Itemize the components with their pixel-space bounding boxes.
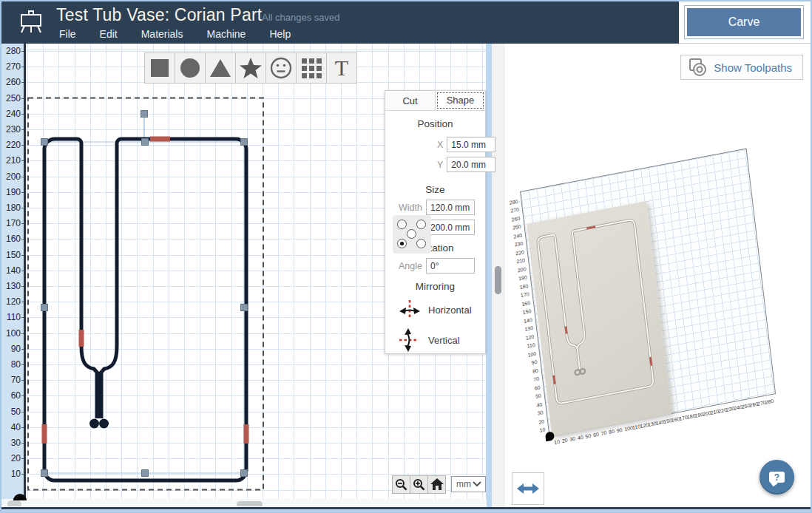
preview-axis-label: 280	[510, 198, 518, 205]
preview-axis-label: 70	[533, 376, 539, 382]
ruler-label: 130	[3, 281, 21, 291]
menu-item-help[interactable]: Help	[269, 28, 291, 40]
preview-axis-label: 120	[525, 334, 534, 341]
preview-panel[interactable]: Show Toolpaths	[505, 44, 812, 509]
tab-cut[interactable]: Cut	[385, 91, 436, 110]
tab-markers[interactable]	[44, 139, 246, 444]
ruler-label: 170	[3, 218, 21, 228]
top-bar: Test Tub Vase: Corian Part All changes s…	[1, 1, 679, 44]
anchor-center-radio[interactable]	[407, 229, 416, 239]
triangle-tool-button[interactable]	[205, 52, 236, 84]
preview-grid-plane[interactable]: 2802702602502402302202102001901801701601…	[520, 149, 776, 438]
ruler-label: 20	[3, 453, 21, 463]
ruler-label: 150	[3, 250, 21, 260]
preview-axis-label: 70	[600, 430, 606, 436]
preview-axis-label: 30	[569, 436, 575, 442]
anchor-bottom-left-radio[interactable]	[397, 239, 407, 248]
toolpaths-icon	[688, 58, 708, 77]
star-tool-button[interactable]	[235, 52, 266, 84]
preview-axis-label: 10	[539, 427, 545, 433]
square-tool-button[interactable]	[144, 52, 175, 84]
show-toolpaths-button[interactable]: Show Toolpaths	[680, 55, 803, 80]
easel-logo-icon[interactable]	[18, 10, 44, 37]
help-button[interactable]: ?	[759, 460, 794, 495]
angle-input[interactable]	[426, 258, 475, 274]
save-status: All changes saved	[262, 12, 340, 23]
ruler-label: 230	[3, 124, 21, 135]
x-label: X	[437, 140, 443, 150]
preview-axis-label: 100	[527, 351, 536, 358]
ruler-label: 220	[3, 140, 21, 150]
menu-item-materials[interactable]: Materials	[141, 28, 183, 40]
preview-axis-label: 40	[536, 401, 542, 407]
zoom-in-button[interactable]	[410, 475, 428, 494]
preview-axis-label: 40	[578, 435, 583, 441]
preview-axis-label: 250	[512, 224, 521, 231]
ruler-label: 80	[3, 359, 21, 370]
ruler-label: 40	[3, 422, 21, 432]
text-tool-button[interactable]: T	[326, 52, 357, 84]
preview-axis-label: 270	[510, 207, 519, 214]
tab-shape[interactable]: Shape	[436, 91, 485, 110]
mirror-horizontal-label: Horizontal	[428, 305, 472, 316]
smiley-icon	[270, 57, 292, 79]
panel-divider[interactable]	[486, 44, 492, 509]
ruler-label: 160	[3, 234, 21, 244]
width-label: Width	[391, 203, 422, 213]
mirror-horizontal-button[interactable]: Horizontal	[399, 298, 485, 322]
vase-outline-path[interactable]	[44, 139, 246, 480]
preview-axis-label: 240	[513, 232, 522, 239]
width-input[interactable]	[426, 200, 475, 215]
zoom-home-button[interactable]	[427, 475, 446, 494]
ruler-label: 250	[3, 93, 21, 103]
y-position-input[interactable]	[447, 157, 495, 172]
help-question-mark: ?	[774, 472, 779, 483]
expand-panel-button[interactable]	[512, 472, 544, 505]
preview-axis-label: 60	[593, 432, 599, 438]
home-icon	[430, 478, 444, 491]
preview-axis-label: 20	[538, 418, 544, 424]
ruler-label: 190	[3, 187, 21, 197]
position-anchor-grid	[393, 215, 431, 254]
anchor-top-left-radio[interactable]	[397, 220, 407, 229]
preview-axis-label: 130	[524, 325, 533, 332]
menu-item-edit[interactable]: Edit	[100, 28, 118, 40]
preview-axis-label: 140	[524, 317, 532, 324]
anchor-bottom-right-radio[interactable]	[416, 239, 426, 248]
stem-foot-left	[89, 419, 99, 429]
preview-axis-label: 60	[534, 384, 540, 390]
ruler-label: 70	[3, 375, 21, 385]
ruler-label: 60	[3, 390, 21, 401]
carved-toolpath	[527, 201, 671, 437]
vertical-scrollbar-thumb[interactable]	[495, 266, 501, 294]
preview-axis-label: 280	[765, 398, 774, 405]
page-title[interactable]: Test Tub Vase: Corian Part	[56, 5, 262, 25]
ruler-label: 210	[3, 155, 21, 166]
x-position-input[interactable]	[447, 137, 495, 152]
height-input[interactable]	[426, 220, 475, 235]
zoom-out-button[interactable]	[392, 475, 410, 494]
mirror-horizontal-icon	[399, 298, 421, 322]
menu-bar: FileEditMaterialsMachineHelp	[59, 28, 291, 40]
units-select[interactable]: mm	[451, 476, 486, 492]
material-boundary	[28, 98, 263, 490]
mirror-vertical-button[interactable]: Vertical	[399, 327, 485, 353]
preview-axis-label: 80	[532, 368, 538, 374]
text-icon: T	[335, 57, 348, 79]
zoom-out-icon	[395, 478, 407, 491]
ruler-label: 260	[3, 77, 21, 87]
carve-button[interactable]: Carve	[685, 6, 803, 38]
circle-tool-button[interactable]	[175, 52, 206, 84]
anchor-top-right-radio[interactable]	[416, 220, 426, 229]
dot-grid-tool-button[interactable]	[296, 52, 327, 84]
preview-axis-label: 50	[535, 393, 541, 399]
preview-axis-label: 220	[515, 249, 524, 256]
menu-item-machine[interactable]: Machine	[206, 28, 246, 40]
canvas-left-border	[24, 44, 26, 502]
selection-handles[interactable]	[41, 111, 248, 477]
smiley-tool-button[interactable]	[265, 52, 297, 84]
preview-axis-label: 80	[609, 429, 615, 435]
menu-item-file[interactable]: File	[59, 28, 76, 40]
position-heading: Position	[385, 118, 485, 129]
ruler-label: 90	[3, 344, 21, 354]
